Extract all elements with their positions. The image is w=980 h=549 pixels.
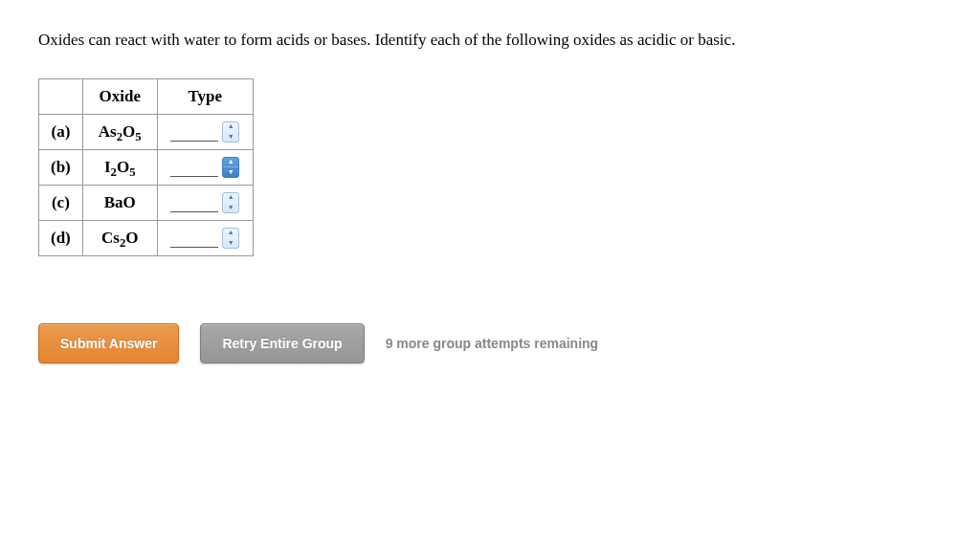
type-dropdown[interactable]: ▲▼	[170, 121, 239, 143]
oxide-table: Oxide Type (a) As2O5 ▲▼ (b) I2O5 ▲▼ (c) …	[38, 78, 254, 256]
row-formula: I2O5	[82, 149, 157, 185]
table-header-row: Oxide Type	[39, 78, 254, 114]
row-label: (a)	[39, 114, 83, 149]
chevron-up-down-icon[interactable]: ▲▼	[222, 228, 239, 249]
type-dropdown[interactable]: ▲▼	[170, 228, 239, 249]
row-formula: As2O5	[82, 114, 157, 149]
button-row: Submit Answer Retry Entire Group 9 more …	[38, 323, 942, 363]
retry-group-button[interactable]: Retry Entire Group	[200, 323, 364, 363]
chevron-up-down-icon[interactable]: ▲▼	[222, 192, 239, 213]
table-row: (d) Cs2O ▲▼	[39, 220, 254, 255]
type-dropdown[interactable]: ▲▼	[170, 192, 239, 213]
row-formula: Cs2O	[82, 220, 157, 255]
dropdown-value[interactable]	[170, 229, 218, 248]
dropdown-value[interactable]	[170, 122, 218, 142]
row-label: (d)	[39, 220, 83, 255]
dropdown-value[interactable]	[170, 193, 218, 212]
type-dropdown[interactable]: ▲▼	[170, 157, 239, 178]
question-prompt: Oxides can react with water to form acid…	[38, 29, 942, 52]
table-row: (b) I2O5 ▲▼	[39, 149, 254, 185]
table-row: (a) As2O5 ▲▼	[39, 114, 254, 149]
chevron-up-down-icon[interactable]: ▲▼	[222, 121, 239, 143]
row-formula: BaO	[82, 185, 157, 220]
chevron-up-down-icon[interactable]: ▲▼	[222, 157, 239, 178]
header-oxide: Oxide	[82, 78, 157, 114]
header-type: Type	[157, 78, 253, 114]
dropdown-value[interactable]	[170, 158, 218, 177]
row-label: (b)	[39, 149, 83, 185]
submit-answer-button[interactable]: Submit Answer	[38, 323, 179, 363]
row-label: (c)	[39, 185, 83, 220]
attempts-remaining-text: 9 more group attempts remaining	[386, 336, 598, 351]
header-blank	[39, 78, 83, 114]
table-row: (c) BaO ▲▼	[39, 185, 254, 220]
